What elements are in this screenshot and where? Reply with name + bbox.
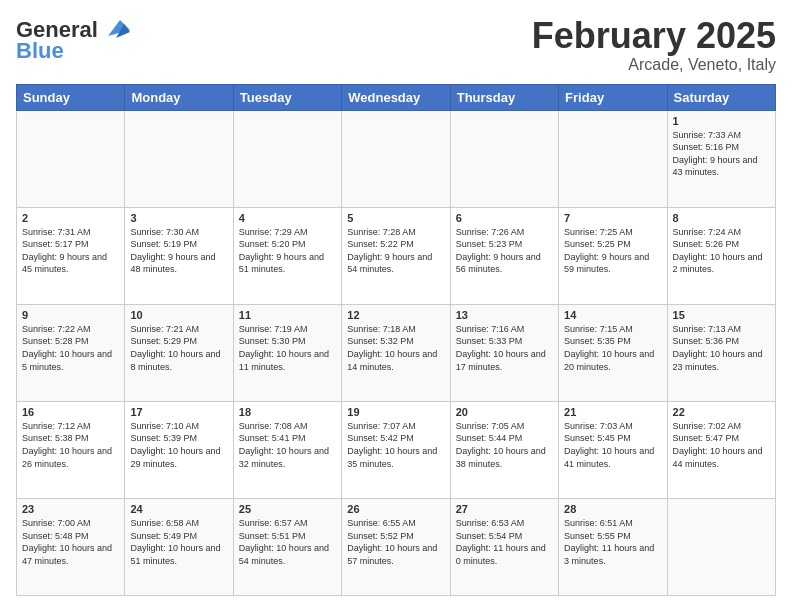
day-info: Sunrise: 6:58 AM Sunset: 5:49 PM Dayligh… xyxy=(130,517,227,567)
calendar-cell: 2Sunrise: 7:31 AM Sunset: 5:17 PM Daylig… xyxy=(17,207,125,304)
day-number: 22 xyxy=(673,406,770,418)
calendar-cell: 27Sunrise: 6:53 AM Sunset: 5:54 PM Dayli… xyxy=(450,498,558,595)
calendar-week-1: 2Sunrise: 7:31 AM Sunset: 5:17 PM Daylig… xyxy=(17,207,776,304)
day-info: Sunrise: 7:12 AM Sunset: 5:38 PM Dayligh… xyxy=(22,420,119,470)
day-number: 24 xyxy=(130,503,227,515)
calendar-cell: 12Sunrise: 7:18 AM Sunset: 5:32 PM Dayli… xyxy=(342,304,450,401)
calendar-cell: 10Sunrise: 7:21 AM Sunset: 5:29 PM Dayli… xyxy=(125,304,233,401)
day-info: Sunrise: 7:02 AM Sunset: 5:47 PM Dayligh… xyxy=(673,420,770,470)
calendar-cell: 15Sunrise: 7:13 AM Sunset: 5:36 PM Dayli… xyxy=(667,304,775,401)
day-info: Sunrise: 6:53 AM Sunset: 5:54 PM Dayligh… xyxy=(456,517,553,567)
day-info: Sunrise: 7:31 AM Sunset: 5:17 PM Dayligh… xyxy=(22,226,119,276)
calendar-week-3: 16Sunrise: 7:12 AM Sunset: 5:38 PM Dayli… xyxy=(17,401,776,498)
logo-blue-text: Blue xyxy=(16,40,64,62)
calendar-cell: 11Sunrise: 7:19 AM Sunset: 5:30 PM Dayli… xyxy=(233,304,341,401)
day-info: Sunrise: 7:26 AM Sunset: 5:23 PM Dayligh… xyxy=(456,226,553,276)
calendar-cell: 8Sunrise: 7:24 AM Sunset: 5:26 PM Daylig… xyxy=(667,207,775,304)
page: General Blue February 2025 Arcade, Venet… xyxy=(0,0,792,612)
calendar-cell: 4Sunrise: 7:29 AM Sunset: 5:20 PM Daylig… xyxy=(233,207,341,304)
calendar-cell: 13Sunrise: 7:16 AM Sunset: 5:33 PM Dayli… xyxy=(450,304,558,401)
day-info: Sunrise: 7:13 AM Sunset: 5:36 PM Dayligh… xyxy=(673,323,770,373)
day-number: 3 xyxy=(130,212,227,224)
calendar-cell: 26Sunrise: 6:55 AM Sunset: 5:52 PM Dayli… xyxy=(342,498,450,595)
calendar-cell: 1Sunrise: 7:33 AM Sunset: 5:16 PM Daylig… xyxy=(667,110,775,207)
day-info: Sunrise: 7:21 AM Sunset: 5:29 PM Dayligh… xyxy=(130,323,227,373)
day-info: Sunrise: 6:55 AM Sunset: 5:52 PM Dayligh… xyxy=(347,517,444,567)
day-number: 13 xyxy=(456,309,553,321)
calendar-cell xyxy=(342,110,450,207)
calendar-cell: 6Sunrise: 7:26 AM Sunset: 5:23 PM Daylig… xyxy=(450,207,558,304)
calendar-cell: 16Sunrise: 7:12 AM Sunset: 5:38 PM Dayli… xyxy=(17,401,125,498)
col-header-thursday: Thursday xyxy=(450,84,558,110)
day-info: Sunrise: 6:51 AM Sunset: 5:55 PM Dayligh… xyxy=(564,517,661,567)
day-info: Sunrise: 7:16 AM Sunset: 5:33 PM Dayligh… xyxy=(456,323,553,373)
day-info: Sunrise: 7:08 AM Sunset: 5:41 PM Dayligh… xyxy=(239,420,336,470)
calendar-title: February 2025 xyxy=(532,16,776,56)
col-header-saturday: Saturday xyxy=(667,84,775,110)
calendar-table: SundayMondayTuesdayWednesdayThursdayFrid… xyxy=(16,84,776,596)
calendar-cell xyxy=(233,110,341,207)
calendar-cell: 25Sunrise: 6:57 AM Sunset: 5:51 PM Dayli… xyxy=(233,498,341,595)
day-number: 17 xyxy=(130,406,227,418)
day-number: 23 xyxy=(22,503,119,515)
calendar-cell xyxy=(125,110,233,207)
day-number: 18 xyxy=(239,406,336,418)
col-header-sunday: Sunday xyxy=(17,84,125,110)
day-number: 5 xyxy=(347,212,444,224)
day-number: 1 xyxy=(673,115,770,127)
day-number: 16 xyxy=(22,406,119,418)
day-number: 10 xyxy=(130,309,227,321)
day-number: 14 xyxy=(564,309,661,321)
day-info: Sunrise: 7:15 AM Sunset: 5:35 PM Dayligh… xyxy=(564,323,661,373)
calendar-cell: 3Sunrise: 7:30 AM Sunset: 5:19 PM Daylig… xyxy=(125,207,233,304)
day-number: 20 xyxy=(456,406,553,418)
calendar-cell xyxy=(667,498,775,595)
calendar-cell: 17Sunrise: 7:10 AM Sunset: 5:39 PM Dayli… xyxy=(125,401,233,498)
logo-icon xyxy=(100,16,132,44)
day-info: Sunrise: 7:05 AM Sunset: 5:44 PM Dayligh… xyxy=(456,420,553,470)
calendar-cell: 19Sunrise: 7:07 AM Sunset: 5:42 PM Dayli… xyxy=(342,401,450,498)
day-info: Sunrise: 6:57 AM Sunset: 5:51 PM Dayligh… xyxy=(239,517,336,567)
day-number: 7 xyxy=(564,212,661,224)
day-info: Sunrise: 7:00 AM Sunset: 5:48 PM Dayligh… xyxy=(22,517,119,567)
calendar-cell xyxy=(559,110,667,207)
day-info: Sunrise: 7:25 AM Sunset: 5:25 PM Dayligh… xyxy=(564,226,661,276)
day-info: Sunrise: 7:29 AM Sunset: 5:20 PM Dayligh… xyxy=(239,226,336,276)
day-number: 21 xyxy=(564,406,661,418)
calendar-cell: 14Sunrise: 7:15 AM Sunset: 5:35 PM Dayli… xyxy=(559,304,667,401)
day-number: 19 xyxy=(347,406,444,418)
calendar-cell: 20Sunrise: 7:05 AM Sunset: 5:44 PM Dayli… xyxy=(450,401,558,498)
calendar-week-2: 9Sunrise: 7:22 AM Sunset: 5:28 PM Daylig… xyxy=(17,304,776,401)
calendar-cell: 24Sunrise: 6:58 AM Sunset: 5:49 PM Dayli… xyxy=(125,498,233,595)
header: General Blue February 2025 Arcade, Venet… xyxy=(16,16,776,74)
day-number: 11 xyxy=(239,309,336,321)
day-number: 4 xyxy=(239,212,336,224)
day-number: 25 xyxy=(239,503,336,515)
calendar-cell: 21Sunrise: 7:03 AM Sunset: 5:45 PM Dayli… xyxy=(559,401,667,498)
logo: General Blue xyxy=(16,16,132,62)
calendar-cell: 23Sunrise: 7:00 AM Sunset: 5:48 PM Dayli… xyxy=(17,498,125,595)
day-info: Sunrise: 7:22 AM Sunset: 5:28 PM Dayligh… xyxy=(22,323,119,373)
day-number: 15 xyxy=(673,309,770,321)
calendar-cell xyxy=(450,110,558,207)
day-info: Sunrise: 7:28 AM Sunset: 5:22 PM Dayligh… xyxy=(347,226,444,276)
day-number: 2 xyxy=(22,212,119,224)
calendar-cell: 18Sunrise: 7:08 AM Sunset: 5:41 PM Dayli… xyxy=(233,401,341,498)
calendar-cell: 22Sunrise: 7:02 AM Sunset: 5:47 PM Dayli… xyxy=(667,401,775,498)
calendar-cell: 5Sunrise: 7:28 AM Sunset: 5:22 PM Daylig… xyxy=(342,207,450,304)
day-number: 28 xyxy=(564,503,661,515)
day-info: Sunrise: 7:19 AM Sunset: 5:30 PM Dayligh… xyxy=(239,323,336,373)
day-number: 6 xyxy=(456,212,553,224)
calendar-week-0: 1Sunrise: 7:33 AM Sunset: 5:16 PM Daylig… xyxy=(17,110,776,207)
calendar-cell xyxy=(17,110,125,207)
day-info: Sunrise: 7:18 AM Sunset: 5:32 PM Dayligh… xyxy=(347,323,444,373)
calendar-header-row: SundayMondayTuesdayWednesdayThursdayFrid… xyxy=(17,84,776,110)
day-number: 9 xyxy=(22,309,119,321)
day-number: 12 xyxy=(347,309,444,321)
calendar-cell: 7Sunrise: 7:25 AM Sunset: 5:25 PM Daylig… xyxy=(559,207,667,304)
calendar-cell: 9Sunrise: 7:22 AM Sunset: 5:28 PM Daylig… xyxy=(17,304,125,401)
calendar-subtitle: Arcade, Veneto, Italy xyxy=(532,56,776,74)
col-header-wednesday: Wednesday xyxy=(342,84,450,110)
col-header-monday: Monday xyxy=(125,84,233,110)
day-info: Sunrise: 7:30 AM Sunset: 5:19 PM Dayligh… xyxy=(130,226,227,276)
